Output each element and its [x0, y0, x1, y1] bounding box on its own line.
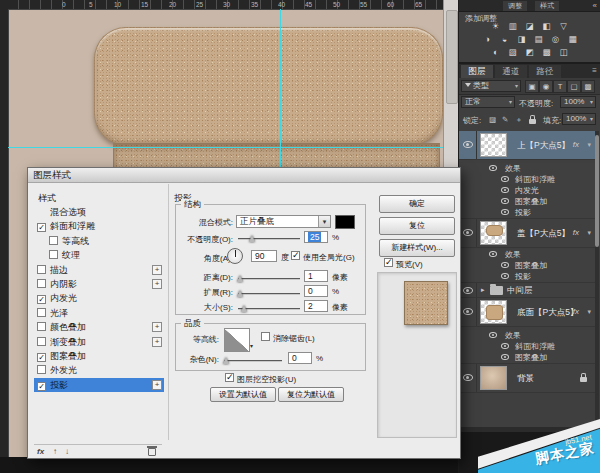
- distance-input[interactable]: 1: [304, 270, 328, 282]
- vibrance-icon[interactable]: ▽: [557, 21, 570, 32]
- channel-mixer-icon[interactable]: ◎: [549, 34, 562, 45]
- add-effect-icon[interactable]: +: [152, 322, 162, 332]
- layer-row-top[interactable]: 上【P大点5】 fx ▾: [459, 131, 595, 160]
- effect-drop-shadow[interactable]: 投影: [459, 271, 595, 283]
- checkbox[interactable]: [37, 308, 46, 317]
- levels-icon[interactable]: ▥: [506, 21, 519, 32]
- effects-header-row[interactable]: 效果: [459, 249, 595, 260]
- reset-default-button[interactable]: 复位为默认值: [278, 387, 344, 402]
- selective-color-icon[interactable]: ◫: [557, 47, 570, 58]
- add-effect-icon[interactable]: +: [152, 265, 162, 275]
- tab-paths[interactable]: 路径: [529, 65, 561, 78]
- checkbox[interactable]: [37, 279, 46, 288]
- size-slider[interactable]: [238, 308, 300, 310]
- style-item-inner-shadow[interactable]: 内阴影+: [34, 277, 164, 291]
- filter-type-layers-icon[interactable]: T: [553, 80, 567, 93]
- style-item-contour[interactable]: 等高线: [34, 234, 176, 248]
- vertical-guide[interactable]: [280, 9, 281, 167]
- visibility-eye-icon[interactable]: [463, 141, 473, 148]
- style-item-gradient-overlay[interactable]: 渐变叠加+: [34, 335, 164, 349]
- visibility-eye-icon[interactable]: [463, 374, 473, 381]
- gradient-map-icon[interactable]: ▩: [540, 47, 553, 58]
- layer-row-background[interactable]: 背景: [459, 364, 595, 393]
- style-item-pattern-overlay[interactable]: ✓图案叠加: [34, 349, 164, 363]
- layer-thumbnail[interactable]: [480, 300, 507, 324]
- distance-slider[interactable]: [238, 278, 300, 280]
- layer-blend-mode-select[interactable]: 正常 ▾: [461, 96, 515, 108]
- layer-row-cover[interactable]: 盖【P大点5】 fx ▾: [459, 219, 595, 248]
- invert-icon[interactable]: ◐: [489, 47, 502, 58]
- visibility-eye-icon[interactable]: [501, 262, 509, 268]
- visibility-eye-icon[interactable]: [463, 229, 473, 236]
- horizontal-guide[interactable]: [8, 147, 443, 148]
- posterize-icon[interactable]: ▨: [506, 47, 519, 58]
- style-item-satin[interactable]: 光泽: [34, 306, 164, 320]
- photo-filter-icon[interactable]: ▤: [532, 34, 545, 45]
- move-effect-up-icon[interactable]: ↑: [53, 447, 57, 456]
- brightness-contrast-icon[interactable]: ☀: [489, 21, 502, 32]
- filter-pixel-layers-icon[interactable]: ▣: [525, 80, 539, 93]
- angle-dial[interactable]: [227, 248, 243, 264]
- slider-thumb[interactable]: [237, 290, 243, 297]
- layer-row-base[interactable]: 底面【P大点5】 fx ▾: [459, 298, 595, 327]
- effect-pattern-overlay[interactable]: 图案叠加: [459, 260, 595, 271]
- opacity-input[interactable]: 25: [304, 231, 328, 243]
- panel-menu-icon[interactable]: ≡: [592, 66, 597, 75]
- global-light-checkbox[interactable]: ✓: [291, 251, 300, 260]
- preview-checkbox[interactable]: ✓: [384, 258, 393, 267]
- collapse-effects-icon[interactable]: ▾: [587, 131, 591, 159]
- chevron-right-icon[interactable]: ▸: [481, 283, 485, 297]
- layer-group-middle[interactable]: ▸ 中间层: [459, 283, 595, 298]
- layer-thumbnail[interactable]: [480, 133, 507, 157]
- layer-fill-input[interactable]: 100% ▾: [562, 113, 596, 125]
- collapse-effects-icon[interactable]: ▾: [587, 298, 591, 326]
- threshold-icon[interactable]: ◩: [523, 47, 536, 58]
- black-white-icon[interactable]: ◨: [515, 34, 528, 45]
- effect-pattern-overlay[interactable]: 图案叠加: [459, 352, 595, 364]
- spread-input[interactable]: 0: [304, 285, 328, 297]
- checkbox-checked[interactable]: ✓: [37, 382, 46, 391]
- ok-button[interactable]: 确定: [379, 195, 455, 213]
- visibility-eye-icon[interactable]: [501, 187, 509, 193]
- style-item-texture[interactable]: 纹理: [34, 248, 176, 262]
- style-item-blending-options[interactable]: 混合选项: [34, 205, 180, 219]
- visibility-eye-icon[interactable]: [501, 209, 509, 215]
- tab-adjustments[interactable]: 调整: [503, 1, 527, 11]
- lock-paint-icon[interactable]: ✎: [502, 115, 508, 124]
- fx-badge[interactable]: fx: [573, 131, 579, 159]
- fx-badge[interactable]: fx: [573, 298, 579, 326]
- layer-thumbnail[interactable]: [480, 221, 507, 245]
- collapse-effects-icon[interactable]: ▾: [587, 219, 591, 247]
- canvas-scrollbar-thumb[interactable]: [446, 10, 458, 104]
- chevron-down-icon[interactable]: ▾: [318, 216, 330, 227]
- effect-bevel-emboss[interactable]: 斜面和浮雕: [459, 174, 595, 185]
- color-balance-icon[interactable]: ◒: [498, 34, 511, 45]
- visibility-eye-icon[interactable]: [463, 308, 473, 315]
- slider-thumb[interactable]: [241, 305, 247, 312]
- tab-layers[interactable]: 图层: [461, 65, 493, 78]
- style-item-color-overlay[interactable]: 颜色叠加+: [34, 320, 164, 334]
- effect-bevel-emboss[interactable]: 斜面和浮雕: [459, 341, 595, 352]
- slider-thumb[interactable]: [223, 357, 229, 364]
- style-item-stroke[interactable]: 描边+: [34, 263, 164, 277]
- angle-input[interactable]: 90: [251, 250, 277, 262]
- hue-saturation-icon[interactable]: ◑: [481, 34, 494, 45]
- filter-smart-objects-icon[interactable]: ▩: [581, 80, 595, 93]
- effect-drop-shadow[interactable]: 投影: [459, 207, 595, 219]
- effects-header-row[interactable]: 效果: [459, 163, 595, 174]
- checkbox-checked[interactable]: ✓: [37, 353, 46, 362]
- delete-effect-icon[interactable]: [148, 448, 156, 456]
- blend-mode-select[interactable]: 正片叠底 ▾: [236, 215, 331, 228]
- tab-channels[interactable]: 通道: [495, 65, 527, 78]
- checkbox-checked[interactable]: ✓: [37, 295, 46, 304]
- size-input[interactable]: 2: [304, 300, 328, 312]
- checkbox-checked[interactable]: ✓: [37, 223, 46, 232]
- layer-opacity-input[interactable]: 100% ▾: [560, 96, 596, 108]
- checkbox[interactable]: [49, 250, 58, 259]
- shadow-color-swatch[interactable]: [335, 215, 355, 229]
- move-effect-down-icon[interactable]: ↓: [65, 447, 69, 456]
- style-item-outer-glow[interactable]: 外发光: [34, 363, 164, 377]
- layers-scrollbar-thumb[interactable]: [595, 135, 599, 247]
- add-effect-icon[interactable]: +: [152, 337, 162, 347]
- visibility-eye-icon[interactable]: [501, 343, 509, 349]
